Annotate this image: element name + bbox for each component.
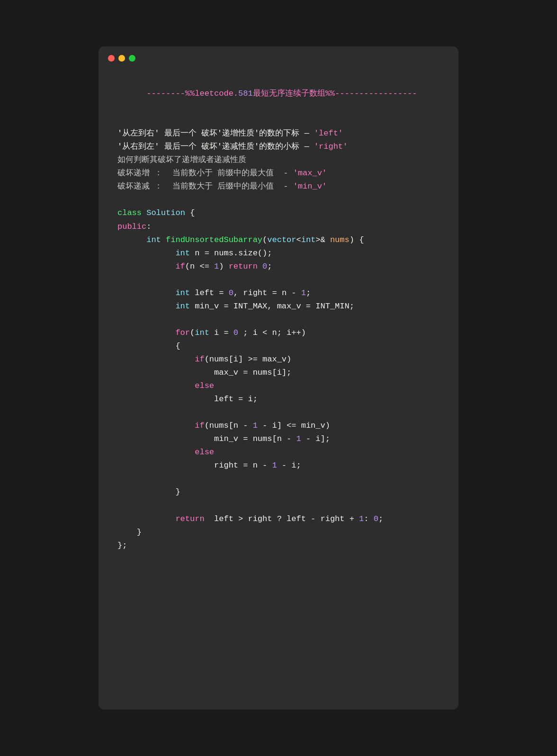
comment-line-1: '从左到右' 最后一个 破坏'递增性质'的数的下标 — 'left' (117, 127, 440, 140)
return-line: return left > right ? left - right + 1: … (117, 513, 440, 526)
min-max-line: int min_v = INT_MAX, max_v = INT_MIN; (117, 300, 440, 313)
class-line: class Solution { (117, 207, 440, 220)
close-inner-brace: } (117, 486, 440, 499)
minimize-dot[interactable] (118, 55, 125, 62)
else2-line: else (117, 446, 440, 459)
title-bar (99, 46, 458, 69)
if-nums-i-line: if(nums[i] >= max_v) (117, 353, 440, 366)
close-class-line: }; (117, 539, 440, 552)
comment-line-4: 破坏递增 ： 当前数小于 前缀中的最大值 - 'max_v' (117, 167, 440, 180)
right-assign-line: right = n - 1 - i; (117, 459, 440, 472)
for-line: for(int i = 0 ; i < n; i++) (117, 326, 440, 340)
maximize-dot[interactable] (129, 55, 135, 62)
close-func-brace: } (117, 526, 440, 539)
left-right-line: int left = 0, right = n - 1; (117, 287, 440, 300)
comment-line-2: '从右到左' 最后一个 破坏'递减性质'的数的小标 — 'right' (117, 140, 440, 153)
n-decl-line: int n = nums.size(); (117, 247, 440, 260)
if-nums2-line: if(nums[n - 1 - i] <= min_v) (117, 419, 440, 432)
open-brace-line: { (117, 340, 440, 353)
else1-line: else (117, 379, 440, 393)
code-window: --------%%leetcode.581最短无序连续子数组%%-------… (99, 46, 458, 710)
header-line: --------%%leetcode.581最短无序连续子数组%%-------… (117, 74, 440, 114)
code-area: --------%%leetcode.581最短无序连续子数组%%-------… (99, 69, 458, 562)
close-dot[interactable] (108, 55, 115, 62)
comment-line-3: 如何判断其破坏了递增或者递减性质 (117, 153, 440, 167)
min-v-assign-line: min_v = nums[n - 1 - i]; (117, 432, 440, 446)
max-v-assign-line: max_v = nums[i]; (117, 366, 440, 379)
func-decl-line: int findUnsortedSubarray(vector<int>& nu… (117, 234, 440, 247)
comment-line-5: 破坏递减 ： 当前数大于 后缀中的最小值 - 'min_v' (117, 180, 440, 193)
public-line: public: (117, 220, 440, 234)
left-i-line: left = i; (117, 393, 440, 406)
if-n-line: if(n <= 1) return 0; (117, 260, 440, 273)
